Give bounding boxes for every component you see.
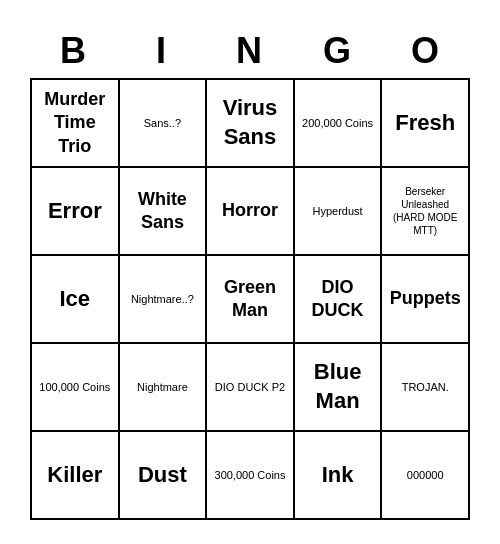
bingo-cell-23: Ink [295, 432, 383, 520]
bingo-cell-14: Puppets [382, 256, 470, 344]
bingo-cell-12: Green Man [207, 256, 295, 344]
header-letter-I: I [118, 24, 206, 78]
bingo-cell-9: Berseker Unleashed (HARD MODE MTT) [382, 168, 470, 256]
header-letter-B: B [30, 24, 118, 78]
bingo-cell-24: 000000 [382, 432, 470, 520]
bingo-cell-13: DIO DUCK [295, 256, 383, 344]
bingo-cell-11: Nightmare..? [120, 256, 208, 344]
bingo-header: BINGO [30, 24, 470, 78]
bingo-cell-4: Fresh [382, 80, 470, 168]
bingo-cell-18: Blue Man [295, 344, 383, 432]
bingo-cell-6: White Sans [120, 168, 208, 256]
bingo-cell-7: Horror [207, 168, 295, 256]
bingo-cell-0: Murder Time Trio [32, 80, 120, 168]
bingo-cell-2: Virus Sans [207, 80, 295, 168]
bingo-cell-1: Sans..? [120, 80, 208, 168]
bingo-card: BINGO Murder Time TrioSans..?Virus Sans2… [20, 14, 480, 530]
bingo-cell-15: 100,000 Coins [32, 344, 120, 432]
bingo-cell-3: 200,000 Coins [295, 80, 383, 168]
bingo-cell-20: Killer [32, 432, 120, 520]
bingo-cell-16: Nightmare [120, 344, 208, 432]
header-letter-N: N [206, 24, 294, 78]
bingo-cell-8: Hyperdust [295, 168, 383, 256]
bingo-cell-10: Ice [32, 256, 120, 344]
bingo-cell-19: TROJAN. [382, 344, 470, 432]
bingo-cell-22: 300,000 Coins [207, 432, 295, 520]
header-letter-G: G [294, 24, 382, 78]
header-letter-O: O [382, 24, 470, 78]
bingo-grid: Murder Time TrioSans..?Virus Sans200,000… [30, 78, 470, 520]
bingo-cell-17: DIO DUCK P2 [207, 344, 295, 432]
bingo-cell-21: Dust [120, 432, 208, 520]
bingo-cell-5: Error [32, 168, 120, 256]
